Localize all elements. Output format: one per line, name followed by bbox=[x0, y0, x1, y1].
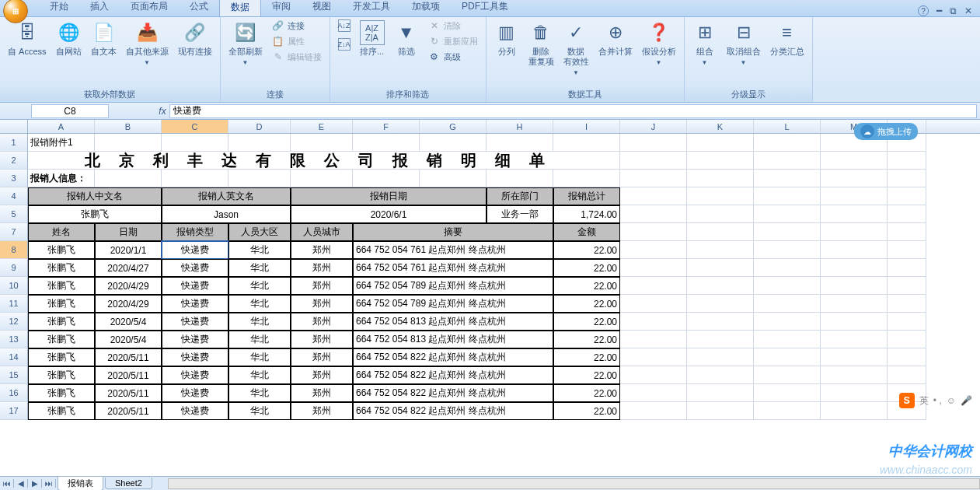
cell[interactable] bbox=[754, 259, 821, 277]
cell[interactable]: 快递费 bbox=[162, 295, 228, 313]
cell[interactable] bbox=[888, 366, 926, 384]
connections-button[interactable]: 🔗连接 bbox=[269, 19, 325, 33]
formula-bar[interactable]: 快递费 bbox=[169, 104, 977, 118]
cell[interactable]: 快递费 bbox=[162, 241, 228, 259]
cell[interactable]: 1,724.00 bbox=[553, 205, 620, 223]
ribbon-tab[interactable]: 公式 bbox=[179, 0, 219, 16]
cell[interactable] bbox=[162, 170, 228, 187]
cell[interactable] bbox=[888, 170, 926, 187]
cell[interactable] bbox=[888, 152, 926, 170]
cell[interactable]: 华北 bbox=[228, 277, 291, 295]
cell[interactable] bbox=[620, 277, 687, 295]
row-header[interactable]: 11 bbox=[0, 295, 28, 313]
cell[interactable]: 2020/4/29 bbox=[95, 295, 162, 313]
cell[interactable]: 华北 bbox=[228, 366, 291, 384]
cell[interactable] bbox=[687, 277, 754, 295]
cell[interactable]: 报销人信息： bbox=[28, 170, 95, 187]
from-text-button[interactable]: 📄 自文本 bbox=[88, 19, 120, 58]
cell[interactable]: 22.00 bbox=[553, 241, 620, 259]
cell[interactable] bbox=[687, 402, 754, 420]
cell[interactable] bbox=[553, 134, 620, 152]
upload-badge[interactable]: ☁ 拖拽上传 bbox=[854, 123, 918, 140]
cell[interactable] bbox=[620, 366, 687, 384]
sheet-nav-next[interactable]: ▶ bbox=[28, 479, 42, 488]
cell[interactable]: 2020/5/4 bbox=[95, 331, 162, 348]
cell[interactable]: 郑州 bbox=[291, 331, 353, 348]
cell[interactable]: 快递费 bbox=[162, 384, 228, 402]
advanced-filter-button[interactable]: ⚙高级 bbox=[425, 50, 481, 64]
data-tools-button[interactable]: ▥分列 bbox=[491, 19, 522, 58]
sheet-tab[interactable]: Sheet2 bbox=[105, 478, 152, 489]
sort-button[interactable]: A|ZZ|A 排序... bbox=[357, 19, 388, 58]
cell[interactable]: 张鹏飞 bbox=[28, 295, 95, 313]
column-header[interactable]: C bbox=[162, 120, 228, 133]
cell[interactable] bbox=[687, 187, 754, 205]
spreadsheet-grid[interactable]: ☁ 拖拽上传 ABCDEFGHIJKLMN 1报销附件12北京利丰达有限公司报销… bbox=[0, 120, 980, 420]
ribbon-tab[interactable]: 页面布局 bbox=[120, 0, 179, 16]
cell[interactable]: 张鹏飞 bbox=[28, 277, 95, 295]
cell[interactable]: 快递费 bbox=[162, 331, 228, 348]
cell[interactable]: 郑州 bbox=[291, 241, 353, 259]
cell[interactable]: 摘要 bbox=[353, 223, 553, 241]
cell[interactable]: Jason bbox=[162, 205, 291, 223]
cell[interactable] bbox=[620, 223, 687, 241]
cell[interactable] bbox=[821, 170, 888, 187]
data-tools-button[interactable]: ✓数据有效性▼ bbox=[560, 19, 592, 79]
cell[interactable]: 快递费 bbox=[162, 277, 228, 295]
row-header[interactable]: 12 bbox=[0, 313, 28, 331]
from-web-button[interactable]: 🌐 自网站 bbox=[53, 19, 85, 58]
cell[interactable] bbox=[754, 348, 821, 366]
cell[interactable] bbox=[888, 223, 926, 241]
cell[interactable] bbox=[821, 384, 888, 402]
column-header[interactable]: G bbox=[420, 120, 487, 133]
cell[interactable] bbox=[687, 205, 754, 223]
cell[interactable]: 华北 bbox=[228, 259, 291, 277]
cell[interactable] bbox=[821, 402, 888, 420]
cell[interactable] bbox=[620, 187, 687, 205]
cell[interactable]: 22.00 bbox=[553, 295, 620, 313]
cell[interactable]: 报销类型 bbox=[162, 223, 228, 241]
row-header[interactable]: 3 bbox=[0, 170, 28, 187]
cell[interactable] bbox=[754, 295, 821, 313]
cell[interactable]: 22.00 bbox=[553, 331, 620, 348]
help-icon[interactable]: ? bbox=[918, 5, 929, 16]
cell[interactable]: 郑州 bbox=[291, 366, 353, 384]
row-header[interactable]: 14 bbox=[0, 348, 28, 366]
cell[interactable]: 22.00 bbox=[553, 402, 620, 420]
cell[interactable]: 张鹏飞 bbox=[28, 331, 95, 348]
ribbon-tab[interactable]: 数据 bbox=[219, 0, 261, 16]
cell[interactable] bbox=[754, 205, 821, 223]
sheet-tab[interactable]: 报销表 bbox=[58, 477, 103, 491]
cell[interactable]: 人员大区 bbox=[228, 223, 291, 241]
sheet-nav-prev[interactable]: ◀ bbox=[14, 479, 28, 488]
cell[interactable]: 华北 bbox=[228, 295, 291, 313]
cell[interactable] bbox=[888, 259, 926, 277]
cell[interactable]: 华北 bbox=[228, 348, 291, 366]
cell[interactable]: 郑州 bbox=[291, 384, 353, 402]
cell[interactable] bbox=[821, 223, 888, 241]
cell[interactable] bbox=[888, 241, 926, 259]
cell[interactable] bbox=[754, 277, 821, 295]
column-header[interactable]: H bbox=[487, 120, 553, 133]
minimize-window-icon[interactable]: ━ bbox=[936, 5, 942, 16]
row-header[interactable]: 9 bbox=[0, 259, 28, 277]
cell[interactable]: 金额 bbox=[553, 223, 620, 241]
row-header[interactable]: 7 bbox=[0, 223, 28, 241]
cell[interactable] bbox=[754, 366, 821, 384]
cell[interactable]: 张鹏飞 bbox=[28, 241, 95, 259]
horizontal-scrollbar[interactable] bbox=[168, 478, 980, 489]
cell[interactable]: 郑州 bbox=[291, 259, 353, 277]
column-header[interactable]: A bbox=[28, 120, 95, 133]
cell[interactable] bbox=[821, 187, 888, 205]
from-other-sources-button[interactable]: 📥 自其他来源▼ bbox=[123, 19, 172, 68]
cell[interactable] bbox=[620, 402, 687, 420]
sort-desc-button[interactable]: Z↓A bbox=[335, 37, 354, 51]
row-header[interactable]: 16 bbox=[0, 384, 28, 402]
cell[interactable] bbox=[687, 384, 754, 402]
cell[interactable]: 人员城市 bbox=[291, 223, 353, 241]
column-header[interactable]: B bbox=[95, 120, 162, 133]
cell[interactable]: 664 752 054 822 起点郑州 终点杭州 bbox=[353, 366, 553, 384]
outline-button[interactable]: ≡分类汇总 bbox=[767, 19, 807, 58]
cell[interactable] bbox=[620, 205, 687, 223]
cell[interactable] bbox=[620, 152, 687, 170]
